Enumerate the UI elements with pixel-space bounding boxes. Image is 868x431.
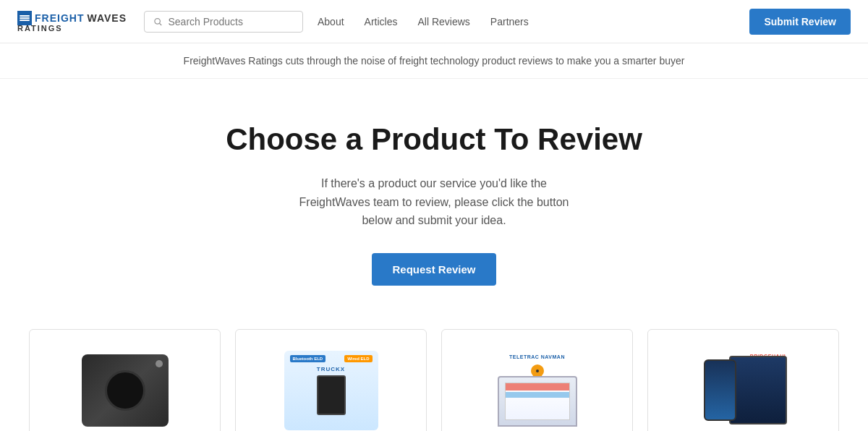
director-laptop: [498, 376, 577, 427]
director-logo-text: TELETRAC NAVMAN: [509, 354, 565, 359]
bridgehaul-phone: [704, 359, 736, 421]
logo: FREIGHT WAVES RATINGS: [17, 11, 127, 33]
truckx-bluetooth-badge: Bluetooth ELD: [290, 355, 326, 362]
products-grid: Teletrac Navman Submit Review Bluetooth …: [29, 329, 839, 431]
director-screen-bar1: [506, 383, 569, 391]
nav-about[interactable]: About: [318, 16, 344, 27]
director-image: TELETRAC NAVMAN: [487, 354, 588, 427]
hero-title: Choose a Product To Review: [17, 122, 851, 157]
svg-point-6: [536, 370, 539, 372]
product-image-truckx-eld: Bluetooth ELD Wired ELD TRUCKX: [250, 347, 412, 431]
logo-freight-text: FREIGHT: [35, 12, 84, 24]
submit-review-button[interactable]: Submit Review: [749, 9, 851, 35]
hero-section: Choose a Product To Review If there's a …: [0, 79, 868, 315]
nav-articles[interactable]: Articles: [365, 16, 398, 27]
header: FREIGHT WAVES RATINGS About Articles All…: [0, 0, 868, 43]
product-card-bridgehaul: BRIDGEHAUL BridgeHaul Submit Review: [647, 329, 839, 431]
product-card-truckx-eld: Bluetooth ELD Wired ELD TRUCKX TruckX EL…: [235, 329, 427, 431]
search-icon: [153, 17, 163, 27]
subheader-tagline: FreightWaves Ratings cuts through the no…: [0, 43, 868, 79]
logo-waves-text: WAVES: [87, 12, 127, 24]
product-image-teletrac-director: TELETRAC NAVMAN: [456, 347, 618, 431]
bridgehaul-tablet-screen: [731, 357, 786, 423]
hero-subtitle: If there's a product our service you'd l…: [289, 174, 579, 230]
svg-rect-2: [20, 20, 30, 21]
logo-brand: FREIGHT WAVES: [17, 11, 127, 25]
freight-waves-icon: [19, 12, 30, 24]
search-input[interactable]: [169, 16, 294, 27]
search-box[interactable]: [144, 11, 303, 33]
director-screen: [505, 383, 570, 420]
truckx-device-image: [317, 375, 346, 415]
bridgehaul-image: BRIDGEHAUL: [697, 352, 791, 428]
logo-icon: [17, 11, 32, 25]
product-card-teletrac-navman: Teletrac Navman Submit Review: [29, 329, 221, 431]
request-review-button[interactable]: Request Review: [372, 253, 495, 286]
bridgehaul-tablet: [729, 356, 787, 424]
director-screen-bar2: [506, 392, 569, 398]
products-section: Teletrac Navman Submit Review Bluetooth …: [0, 315, 868, 431]
truckx-brand-label: TRUCKX: [317, 366, 345, 372]
product-image-teletrac-navman: [44, 347, 205, 431]
nav-all-reviews[interactable]: All Reviews: [417, 16, 469, 27]
logo-ratings-text: RATINGS: [17, 24, 63, 33]
svg-rect-1: [20, 17, 30, 19]
svg-point-3: [155, 18, 161, 24]
truckx-wired-badge: Wired ELD: [344, 355, 372, 362]
svg-rect-0: [20, 15, 30, 17]
truckx-eld-image: Bluetooth ELD Wired ELD TRUCKX: [284, 351, 378, 430]
nav-partners[interactable]: Partners: [490, 16, 529, 27]
bridgehaul-phone-screen: [705, 361, 735, 419]
teletrac-navman-image: [82, 354, 169, 427]
product-card-teletrac-director: TELETRAC NAVMAN Teletr: [441, 329, 633, 431]
svg-line-4: [159, 23, 161, 25]
main-nav: About Articles All Reviews Partners: [318, 16, 749, 27]
product-image-bridgehaul: BRIDGEHAUL: [663, 347, 824, 431]
